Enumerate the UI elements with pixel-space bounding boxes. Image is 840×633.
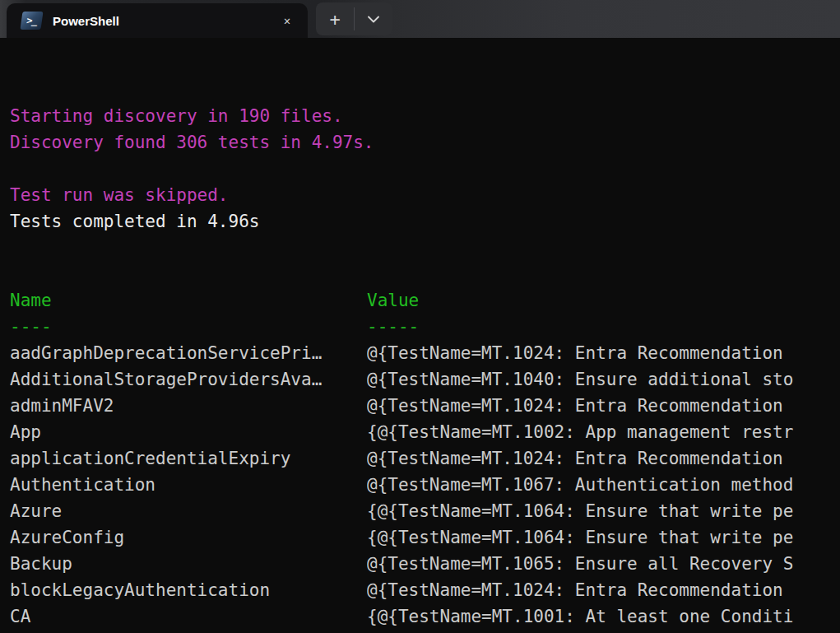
table-header-row: Name Value [10, 287, 840, 314]
underline-value: ----- [367, 314, 840, 340]
row-name: Backup [10, 551, 367, 577]
row-value: {@{TestName=MT.1064: Ensure that write p… [367, 524, 840, 551]
row-value: @{TestName=MT.1024: Entra Recommendation [367, 340, 840, 366]
table-row: Azure {@{TestName=MT.1064: Ensure that w… [10, 498, 840, 524]
blank-line [10, 156, 840, 182]
table-row: AzureConfig {@{TestName=MT.1064: Ensure … [10, 524, 840, 551]
tab-powershell[interactable]: >_ PowerShell ✕ [7, 3, 308, 38]
tab-title: PowerShell [53, 14, 276, 28]
row-value: @{TestName=MT.1024: Entra Recommendation [367, 445, 840, 472]
blank-line [10, 261, 840, 287]
discovery-start-line: Starting discovery in 190 files. [10, 103, 840, 129]
row-name: applicationCredentialExpiry [10, 445, 367, 472]
blank-line [10, 77, 840, 103]
row-name: adminMFAV2 [10, 393, 367, 419]
table-row: aadGraphDeprecationServicePri… @{TestNam… [10, 340, 840, 366]
summary-line: Tests Passed: 0, Failed: 0, Skipped: 0, … [10, 235, 840, 261]
row-name: aadGraphDeprecationServicePri… [10, 340, 367, 366]
row-value: {@{TestName=MT.1001: At least one Condit… [367, 603, 840, 630]
row-value: @{TestName=MT.1024: Entra Recommendation [367, 577, 840, 603]
header-name: Name [10, 287, 367, 314]
row-value: {@{TestName=MT.1064: Ensure that write p… [367, 498, 840, 524]
table-row: App {@{TestName=MT.1002: App management … [10, 419, 840, 445]
row-value: @{TestName=MT.1065: Ensure all Recovery … [367, 551, 840, 577]
row-name: App [10, 419, 367, 445]
terminal-screen[interactable]: PS C:\> Get-MtTestInventory -Path ~/Maes… [0, 38, 840, 633]
header-value: Value [367, 287, 840, 314]
table-row: Authentication @{TestName=MT.1067: Authe… [10, 472, 840, 498]
table-row: adminMFAV2 @{TestName=MT.1024: Entra Rec… [10, 393, 840, 419]
new-tab-button-group: + [316, 2, 392, 35]
new-tab-button[interactable]: + [316, 2, 354, 35]
table-row: blockLegacyAuthentication @{TestName=MT.… [10, 577, 840, 603]
row-value: @{TestName=MT.1067: Authentication metho… [367, 472, 840, 498]
row-name: CA [10, 603, 367, 630]
row-value: @{TestName=MT.1024: Entra Recommendation [367, 393, 840, 419]
table-row: applicationCredentialExpiry @{TestName=M… [10, 445, 840, 472]
tab-bar: >_ PowerShell ✕ + [0, 0, 840, 38]
table-underline-row: ---- ----- [10, 314, 840, 340]
row-value: @{TestName=MT.1040: Ensure additional st… [367, 366, 840, 393]
underline-name: ---- [10, 314, 367, 340]
close-tab-icon[interactable]: ✕ [276, 10, 298, 31]
row-name: AzureConfig [10, 524, 367, 551]
chevron-down-icon [368, 16, 379, 23]
row-name: Azure [10, 498, 367, 524]
table-row: CA {@{TestName=MT.1001: At least one Con… [10, 603, 840, 630]
row-name: Authentication [10, 472, 367, 498]
table-row: AdditionalStorageProvidersAva… @{TestNam… [10, 366, 840, 393]
table-row: Backup @{TestName=MT.1065: Ensure all Re… [10, 551, 840, 577]
row-name: AdditionalStorageProvidersAva… [10, 366, 367, 393]
discovery-found-line: Discovery found 306 tests in 4.97s. [10, 129, 840, 156]
command-line: PS C:\> Get-MtTestInventory -Path ~/Maes… [10, 50, 840, 77]
powershell-icon: >_ [20, 12, 43, 30]
skipped-line: Test run was skipped. [10, 182, 840, 208]
completed-line: Tests completed in 4.96s [10, 208, 840, 235]
row-name: blockLegacyAuthentication [10, 577, 367, 603]
tab-dropdown-button[interactable] [355, 2, 392, 35]
row-value: {@{TestName=MT.1002: App management rest… [367, 419, 840, 445]
